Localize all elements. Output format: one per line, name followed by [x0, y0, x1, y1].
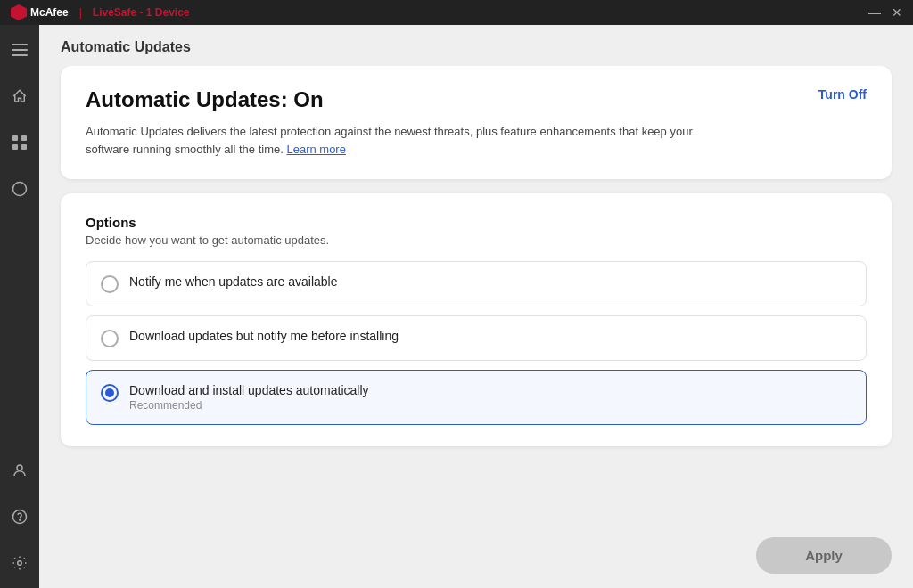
- page-title: Automatic Updates: [61, 39, 191, 54]
- radio-sublabel-auto-install: Recommended: [129, 399, 369, 412]
- svg-rect-3: [12, 135, 18, 141]
- options-card: Options Decide how you want to get autom…: [61, 193, 892, 446]
- options-title: Options: [86, 215, 867, 230]
- radio-label-wrap-download-notify: Download updates but notify me before in…: [129, 329, 399, 343]
- status-heading: Automatic Updates: On: [86, 87, 728, 112]
- radio-label-notify: Notify me when updates are available: [129, 274, 337, 289]
- title-bar: McAfee | LiveSafe - 1 Device — ✕: [0, 0, 913, 25]
- sidebar-help-icon[interactable]: [5, 502, 34, 531]
- scroll-content: Automatic Updates: On Automatic Updates …: [39, 66, 913, 530]
- status-desc-text: Automatic Updates delivers the latest pr…: [86, 125, 693, 156]
- svg-point-11: [18, 561, 22, 566]
- title-bar-brand-area: McAfee | LiveSafe - 1 Device: [11, 4, 190, 20]
- svg-rect-1: [12, 49, 28, 51]
- radio-option-download-notify[interactable]: Download updates but notify me before in…: [86, 315, 867, 361]
- radio-label-download-notify: Download updates but notify me before in…: [129, 329, 399, 343]
- brand-name: McAfee: [30, 6, 69, 19]
- sidebar-menu-icon[interactable]: [5, 36, 34, 64]
- radio-label-wrap-auto-install: Download and install updates automatical…: [129, 383, 369, 412]
- content-area: Automatic Updates Automatic Updates: On …: [39, 25, 913, 588]
- radio-option-auto-install[interactable]: Download and install updates automatical…: [86, 370, 867, 425]
- svg-rect-0: [12, 44, 28, 45]
- status-description: Automatic Updates delivers the latest pr…: [86, 123, 728, 158]
- learn-more-link[interactable]: Learn more: [286, 143, 345, 156]
- status-card-inner: Automatic Updates: On Automatic Updates …: [86, 87, 867, 158]
- radio-circle-notify: [101, 275, 119, 293]
- title-divider: |: [79, 6, 82, 19]
- radio-option-notify[interactable]: Notify me when updates are available: [86, 261, 867, 306]
- sidebar: [0, 25, 39, 588]
- action-row: Apply: [39, 530, 913, 588]
- sidebar-user-icon[interactable]: [5, 456, 34, 485]
- svg-point-7: [13, 183, 27, 196]
- svg-point-10: [20, 519, 21, 520]
- svg-rect-2: [12, 54, 28, 56]
- svg-rect-4: [21, 135, 27, 141]
- svg-rect-5: [12, 144, 18, 150]
- minimize-button[interactable]: —: [868, 6, 881, 19]
- mcafee-logo: McAfee: [11, 4, 69, 20]
- status-card-content: Automatic Updates: On Automatic Updates …: [86, 87, 728, 158]
- svg-point-8: [17, 465, 22, 470]
- radio-circle-download-notify: [101, 330, 119, 347]
- radio-label-wrap-notify: Notify me when updates are available: [129, 274, 337, 289]
- turn-off-button[interactable]: Turn Off: [818, 87, 867, 102]
- mcafee-shield-icon: [11, 4, 27, 20]
- sidebar-bottom-icons: [5, 456, 34, 577]
- app-body: Automatic Updates Automatic Updates: On …: [0, 25, 913, 588]
- close-button[interactable]: ✕: [892, 6, 902, 19]
- sidebar-home-icon[interactable]: [5, 82, 34, 110]
- status-card: Automatic Updates: On Automatic Updates …: [61, 66, 892, 179]
- sidebar-circle-icon[interactable]: [5, 175, 34, 203]
- radio-label-auto-install: Download and install updates automatical…: [129, 383, 369, 397]
- page-header: Automatic Updates: [39, 25, 913, 66]
- apply-button[interactable]: Apply: [756, 537, 892, 574]
- window-controls: — ✕: [868, 6, 902, 19]
- radio-circle-auto-install: [101, 384, 119, 402]
- app-subtitle: LiveSafe - 1 Device: [93, 6, 190, 19]
- svg-rect-6: [21, 144, 27, 150]
- sidebar-grid-icon[interactable]: [5, 128, 34, 157]
- options-description: Decide how you want to get automatic upd…: [86, 233, 867, 247]
- sidebar-settings-icon[interactable]: [5, 549, 34, 577]
